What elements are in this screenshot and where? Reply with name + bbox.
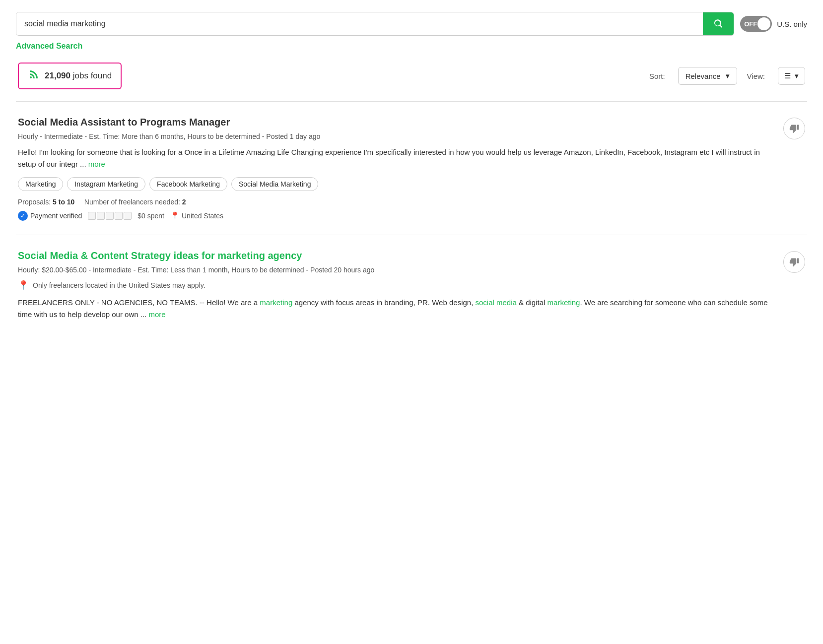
us-notice-icon: 📍	[18, 280, 29, 291]
thumbs-down-icon-1	[789, 124, 799, 133]
job-title-2[interactable]: Social Media & Content Strategy ideas fo…	[18, 249, 775, 262]
tag-marketing[interactable]: Marketing	[18, 177, 63, 191]
star-1	[88, 212, 96, 220]
svg-point-0	[30, 76, 32, 78]
thumbs-down-icon-2	[789, 257, 799, 267]
search-input-wrap	[16, 12, 734, 36]
amount-spent-1: $0 spent	[137, 212, 164, 220]
proposals-row-1: Proposals: 5 to 10 Number of freelancers…	[18, 198, 775, 206]
job-content-1: Social Media Assistant to Programs Manag…	[18, 116, 775, 221]
job-content-2: Social Media & Content Strategy ideas fo…	[18, 249, 775, 321]
job-description-1: Hello! I'm looking for someone that is l…	[18, 146, 775, 170]
payment-row-1: ✓ Payment verified $0 spent 📍 United Sta…	[18, 211, 775, 221]
job-title-suffix-2: & Content Strategy ideas for marketing a…	[78, 250, 302, 261]
job-card-2: Social Media & Content Strategy ideas fo…	[16, 235, 807, 334]
tag-social-media-marketing[interactable]: Social Media Marketing	[231, 177, 319, 191]
view-label: View:	[747, 72, 765, 80]
rss-icon	[28, 68, 40, 83]
star-rating	[88, 212, 132, 220]
sort-label: Sort:	[649, 72, 665, 80]
job-description-2: FREELANCERS ONLY - NO AGENCIES, NO TEAMS…	[18, 297, 775, 321]
payment-verified-badge: ✓ Payment verified	[18, 211, 82, 221]
tag-instagram-marketing[interactable]: Instagram Marketing	[67, 177, 145, 191]
us-only-label: U.S. only	[777, 20, 807, 28]
advanced-search-link[interactable]: Advanced Search	[16, 42, 82, 51]
sort-value: Relevance	[686, 72, 721, 80]
proposals-value-1: 5 to 10	[53, 198, 74, 206]
job-title-suffix-1: Assistant to Programs Manager	[78, 117, 230, 128]
search-button[interactable]	[703, 12, 734, 35]
us-only-toggle-wrap: OFF U.S. only	[740, 16, 807, 32]
dislike-button-1[interactable]	[783, 118, 805, 139]
results-count-label: jobs found	[73, 71, 112, 80]
star-3	[106, 212, 114, 220]
desc-link-marketing-2[interactable]: marketing	[548, 298, 580, 307]
freelancers-value-1: 2	[182, 198, 186, 206]
star-5	[124, 212, 132, 220]
results-count: 21,090 jobs found	[45, 71, 112, 81]
us-notice: 📍 Only freelancers located in the United…	[18, 280, 775, 291]
us-notice-text: Only freelancers located in the United S…	[33, 281, 206, 289]
view-dropdown[interactable]: ☰ ▾	[778, 67, 805, 85]
job-description-more-link-1[interactable]: more	[88, 160, 105, 168]
star-2	[97, 212, 105, 220]
desc-link-marketing-1[interactable]: marketing	[260, 298, 292, 307]
search-row: OFF U.S. only	[16, 12, 807, 36]
sort-chevron-icon: ▾	[726, 71, 730, 80]
results-count-number: 21,090	[45, 71, 70, 80]
job-meta-1: Hourly - Intermediate - Est. Time: More …	[18, 132, 775, 140]
toggle-knob	[757, 17, 770, 30]
job-title-highlight-2: Social Media	[18, 250, 78, 261]
job-description-more-link-2[interactable]: more	[148, 310, 165, 319]
location-icon-1: 📍	[170, 211, 180, 220]
job-title-highlight-1: Social Media	[18, 117, 78, 128]
job-meta-2: Hourly: $20.00-$65.00 - Intermediate - E…	[18, 266, 775, 274]
results-header: 21,090 jobs found Sort: Relevance ▾ View…	[16, 63, 807, 89]
location-label-1: United States	[182, 212, 223, 220]
search-input[interactable]	[16, 12, 703, 35]
job-card-1: Social Media Assistant to Programs Manag…	[16, 101, 807, 235]
star-4	[115, 212, 123, 220]
view-chevron-icon: ▾	[795, 71, 799, 80]
job-title-1: Social Media Assistant to Programs Manag…	[18, 116, 775, 129]
toggle-label: OFF	[744, 20, 757, 28]
tags-row-1: Marketing Instagram Marketing Facebook M…	[18, 177, 775, 191]
us-only-toggle[interactable]: OFF	[740, 16, 772, 32]
dislike-button-2[interactable]	[783, 251, 805, 273]
payment-verified-label: Payment verified	[30, 212, 82, 220]
search-icon	[713, 18, 724, 29]
sort-view-row: Sort: Relevance ▾ View: ☰ ▾	[649, 67, 805, 85]
location-row-1: 📍 United States	[170, 211, 223, 220]
desc-link-social-media[interactable]: social media	[475, 298, 516, 307]
rss-wave-icon	[28, 68, 40, 80]
view-list-icon: ☰	[784, 71, 791, 80]
results-count-box: 21,090 jobs found	[18, 63, 122, 89]
verified-icon: ✓	[18, 211, 28, 221]
sort-dropdown[interactable]: Relevance ▾	[678, 67, 737, 85]
tag-facebook-marketing[interactable]: Facebook Marketing	[149, 177, 227, 191]
